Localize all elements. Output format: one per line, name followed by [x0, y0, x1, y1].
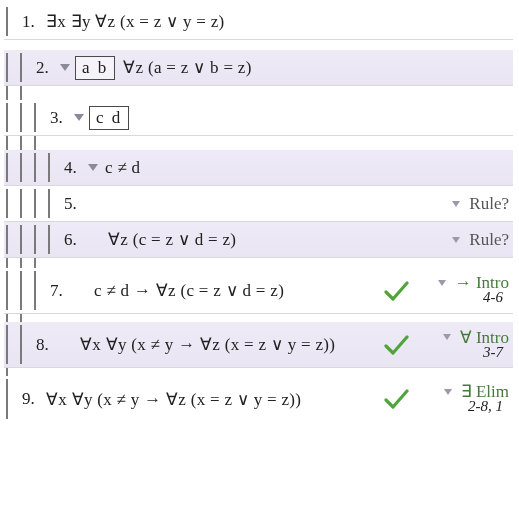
flag-box[interactable]: a b [75, 56, 115, 80]
citation: 4-6 [483, 289, 509, 308]
line-number: 9. [22, 389, 44, 409]
line-number: 2. [36, 58, 58, 78]
citation: 3-7 [483, 344, 509, 363]
proof-line-2[interactable]: 2. a b ∀z (a = z ∨ b = z) [4, 50, 513, 86]
rule-toggle-icon[interactable] [438, 280, 446, 286]
formula: ∃x ∃y ∀z (x = z ∨ y = z) [44, 11, 509, 32]
line-number: 6. [64, 230, 86, 250]
proof-line-4[interactable]: 4. c ≠ d [4, 150, 513, 186]
rule-selector[interactable]: Rule? [469, 230, 509, 250]
rule-toggle-icon[interactable] [443, 334, 451, 340]
toggle-icon[interactable] [74, 114, 84, 121]
toggle-icon[interactable] [60, 64, 70, 71]
proof-line-8[interactable]: 8. ∀x ∀y (x ≠ y → ∀z (x = z ∨ y = z)) ∀ … [4, 322, 513, 368]
proof-line-9[interactable]: 9. ∀x ∀y (x ≠ y → ∀z (x = z ∨ y = z)) ∃ … [4, 376, 513, 422]
formula: ∀z (c = z ∨ d = z) [106, 229, 394, 250]
flag-box[interactable]: c d [89, 106, 129, 130]
line-number: 7. [50, 281, 72, 301]
proof-container: 1. ∃x ∃y ∀z (x = z ∨ y = z) 2. a b ∀z (a… [4, 4, 513, 422]
formula: ∀z (a = z ∨ b = z) [121, 57, 509, 78]
line-number: 8. [36, 335, 58, 355]
rule-toggle-icon[interactable] [444, 389, 452, 395]
proof-line-1[interactable]: 1. ∃x ∃y ∀z (x = z ∨ y = z) [4, 4, 513, 40]
proof-line-6[interactable]: 6. ∀z (c = z ∨ d = z) Rule? [4, 222, 513, 258]
rule-toggle-icon[interactable] [452, 201, 460, 207]
formula: c ≠ d → ∀z (c = z ∨ d = z) [92, 280, 383, 301]
line-number: 5. [64, 194, 86, 214]
rule-toggle-icon[interactable] [452, 237, 460, 243]
line-number: 4. [64, 158, 86, 178]
proof-line-7[interactable]: 7. c ≠ d → ∀z (c = z ∨ d = z) → Intro 4-… [4, 268, 513, 314]
toggle-icon[interactable] [88, 164, 98, 171]
formula: ∀x ∀y (x ≠ y → ∀z (x = z ∨ y = z)) [78, 334, 383, 355]
rule-selector[interactable]: Rule? [469, 194, 509, 214]
proof-line-5[interactable]: 5. Rule? [4, 186, 513, 222]
formula: ∀x ∀y (x ≠ y → ∀z (x = z ∨ y = z)) [44, 389, 383, 410]
check-icon [383, 388, 409, 410]
line-number: 3. [50, 108, 72, 128]
proof-line-3[interactable]: 3. c d [4, 100, 513, 136]
check-icon [383, 334, 409, 356]
check-icon [383, 280, 409, 302]
citation: 2-8, 1 [468, 398, 509, 417]
formula: c ≠ d [103, 158, 509, 178]
line-number: 1. [22, 12, 44, 32]
